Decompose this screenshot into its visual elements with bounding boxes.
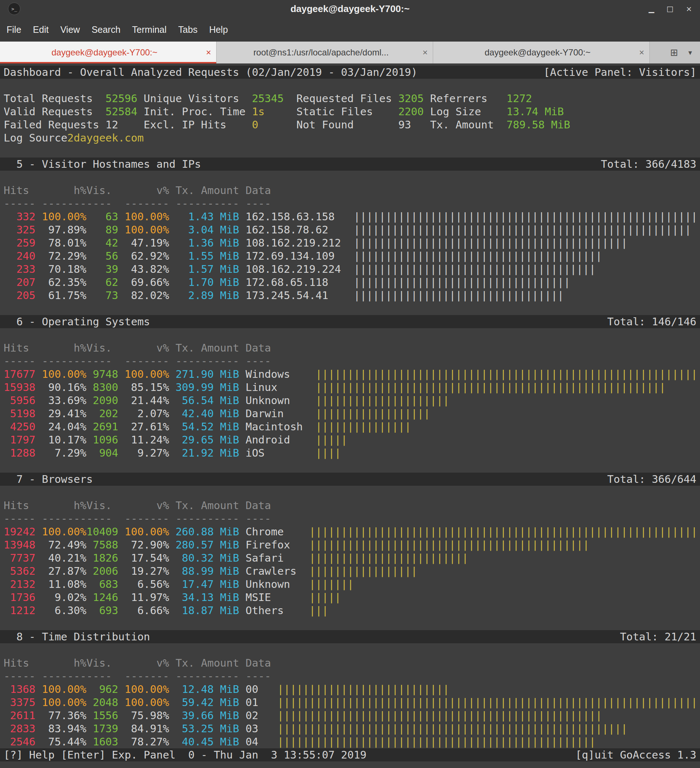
terminal-screen[interactable]: Dashboard - Overall Analyzed Requests (0… [0, 64, 700, 768]
visitors-percent: 100.00% [118, 223, 169, 236]
minimize-icon[interactable]: ▁ [649, 4, 654, 13]
visitors-percent: 84.91% [118, 722, 169, 735]
col-visitors: ---- [86, 354, 118, 368]
panel-header: 7 - BrowsersTotal: 366/644 [0, 473, 700, 486]
menu-terminal[interactable]: Terminal [126, 21, 172, 38]
close-icon[interactable]: × [686, 4, 692, 13]
col-tx-amount: ---------- [169, 512, 239, 525]
col-data: Data [245, 499, 303, 512]
col-visitors: ---- [86, 512, 118, 525]
visitors-value: 2006 [86, 565, 118, 578]
visitors-percent: 2.07% [118, 407, 169, 420]
tab-close-icon[interactable]: × [206, 47, 211, 58]
visitors-percent: 62.92% [118, 250, 169, 262]
tab-2[interactable]: root@ns1:/usr/local/apache/doml...× [217, 42, 433, 64]
bar-chart: |||||||||||||||||| [315, 407, 700, 420]
bar-chart: ||||||||||||||||||||||||||||||||||||||||… [277, 722, 700, 735]
bar-chart: ||| [309, 604, 700, 617]
hits-value: 5362 [4, 565, 35, 578]
bar-chart: ||||||||||||||||||||||||||||||||||||||||… [354, 210, 700, 223]
col-hits-percent: ------- [35, 670, 86, 683]
hits-percent: 6.30% [35, 604, 86, 617]
summary-cell: Init. Proc. Time1s [144, 105, 296, 118]
hits-percent: 100.00% [35, 210, 86, 223]
hits-percent: 97.89% [35, 223, 86, 236]
summary-cell: Failed Requests12 [4, 118, 144, 131]
hits-value: 1288 [4, 446, 35, 459]
visitors-value: 1556 [86, 709, 118, 722]
table-row: 23370.18%3943.82%1.57 MiB108.162.219.224… [0, 262, 700, 276]
hits-percent: 9.02% [35, 591, 86, 604]
maximize-icon[interactable]: □ [666, 4, 673, 13]
hits-percent: 75.44% [35, 735, 86, 748]
table-row: 17369.02%124611.97%34.13 MiBMSIE||||| [0, 591, 700, 604]
column-header-row: Hitsh%Vis.v%Tx. AmountData [0, 656, 700, 670]
menu-view[interactable]: View [54, 21, 86, 38]
hits-value: 205 [4, 289, 35, 302]
summary-value: 789.58 MiB [507, 118, 570, 131]
col-hits-percent: ------- [35, 354, 86, 368]
tab-list-chevron-down-icon[interactable]: ▾ [688, 48, 692, 57]
row-data-label: 04 [245, 735, 271, 748]
tx-amount-value: 54.52 MiB [169, 420, 239, 433]
table-row: 19242100.00%10409100.00%260.88 MiBChrome… [0, 525, 700, 538]
visitors-percent: 100.00% [118, 210, 169, 223]
visitors-percent: 9.27% [118, 446, 169, 459]
menu-help[interactable]: Help [203, 21, 234, 38]
tx-amount-value: 1.55 MiB [169, 250, 239, 262]
panel-6: 6 - Operating SystemsTotal: 146/146Hitsh… [0, 302, 700, 459]
row-data-label: iOS [245, 446, 309, 459]
summary-label: Log Size [430, 105, 507, 118]
panel-title: 7 - Browsers [4, 473, 93, 486]
row-data-label: 01 [245, 696, 271, 709]
bar-chart: ||||||||||||||||||||||||||||||||| [354, 289, 700, 302]
visitors-percent: 100.00% [118, 525, 169, 538]
summary-label: Init. Proc. Time [144, 105, 252, 118]
row-data-label: 03 [245, 722, 271, 735]
panel-title: 5 - Visitor Hostnames and IPs [4, 158, 201, 171]
col-visitors-percent: ------- [118, 670, 169, 683]
summary-row: Log Source2daygeek.com [0, 131, 700, 144]
summary-label: Failed Requests [4, 118, 105, 131]
visitors-percent: 27.61% [118, 420, 169, 433]
menu-search[interactable]: Search [86, 21, 126, 38]
summary-cell: Static Files2200 [296, 105, 430, 118]
new-tab-icon[interactable]: ⊞ [670, 47, 678, 58]
row-data-label: 173.245.54.41 [245, 289, 347, 302]
column-header-row: Hitsh%Vis.v%Tx. AmountData [0, 341, 700, 354]
summary-cell: Valid Requests52584 [4, 105, 144, 118]
hits-percent: 33.69% [35, 394, 86, 407]
col-visitors-percent: v% [118, 499, 169, 512]
row-data-label: Darwin [245, 407, 309, 420]
hits-percent: 70.18% [35, 262, 86, 276]
tab-3[interactable]: daygeek@daygeek-Y700:~× [433, 42, 650, 64]
summary-value: 52584 [105, 105, 137, 118]
col-visitors-percent: ------- [118, 197, 169, 210]
panel-header: 8 - Time DistributionTotal: 21/21 [0, 630, 700, 643]
tab-1[interactable]: daygeek@daygeek-Y700:~× [0, 42, 217, 64]
hits-percent: 24.04% [35, 420, 86, 433]
table-row: 519829.41%2022.07%42.40 MiBDarwin|||||||… [0, 407, 700, 420]
table-row: 12887.29%9049.27%21.92 MiBiOS|||| [0, 446, 700, 459]
table-row: 179710.17%109611.24%29.65 MiBAndroid||||… [0, 433, 700, 446]
table-row: 24072.29%5662.92%1.55 MiB172.69.134.109|… [0, 250, 700, 262]
tab-close-icon[interactable]: × [639, 47, 644, 58]
visitors-percent: 11.97% [118, 591, 169, 604]
summary-cell: Tx. Amount789.58 MiB [430, 118, 570, 131]
visitors-percent: 85.15% [118, 381, 169, 394]
hits-percent: 11.08% [35, 578, 86, 591]
visitors-percent: 78.27% [118, 735, 169, 748]
menu-file[interactable]: File [1, 21, 27, 38]
tx-amount-value: 80.32 MiB [169, 551, 239, 565]
bar-chart: ||||| [309, 591, 700, 604]
tab-close-icon[interactable]: × [423, 47, 428, 58]
visitors-percent: 19.27% [118, 565, 169, 578]
col-tx-amount: Tx. Amount [169, 499, 239, 512]
tab-label: daygeek@daygeek-Y700:~ [438, 47, 637, 58]
menu-tabs[interactable]: Tabs [173, 21, 203, 38]
tx-amount-value: 309.99 MiB [169, 381, 239, 394]
table-row: 254675.44%160378.27%40.45 MiB04|||||||||… [0, 735, 700, 748]
table-row: 1368100.00%962100.00%12.48 MiB00||||||||… [0, 683, 700, 696]
menu-edit[interactable]: Edit [27, 21, 54, 38]
col-tx-amount: Tx. Amount [169, 184, 239, 197]
